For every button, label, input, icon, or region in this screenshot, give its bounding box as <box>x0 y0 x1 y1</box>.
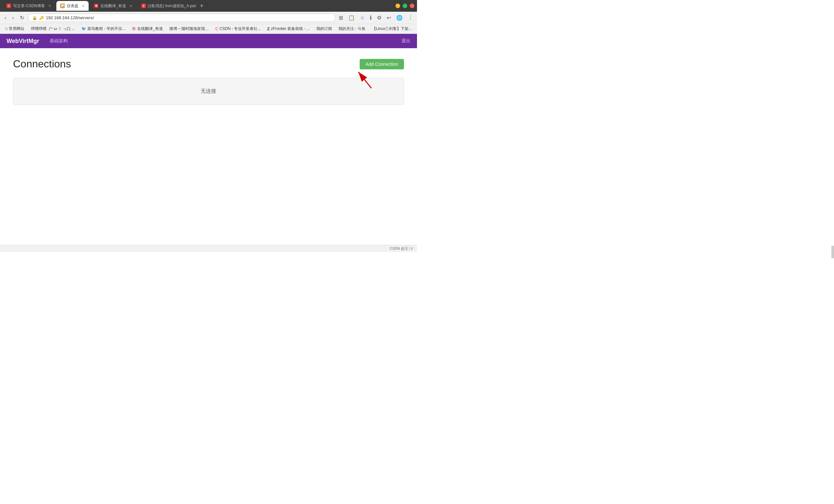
address-bar[interactable]: 🔒 🔑 192.168.164.128/servers/ <box>28 14 335 22</box>
security-icon: 🔒 <box>32 16 37 20</box>
back-button[interactable]: ‹ <box>3 14 8 22</box>
bookmark-button[interactable]: ☆ <box>359 13 366 22</box>
bookmark-bilibili[interactable]: 哔哩哔哩（*･ω･）っ口 ... <box>28 25 78 32</box>
extensions-button[interactable]: ⊞ <box>337 13 344 22</box>
bookmark-label-csdn: CSDN - 专业开发者社... <box>220 26 261 31</box>
nav-link-infrastructure[interactable]: 基础架构 <box>47 37 70 45</box>
page-title: Connections <box>13 58 71 70</box>
tab-close-dashboard[interactable]: ✕ <box>82 4 85 8</box>
bookmark-label-youdao: 在线翻译_有道 <box>137 26 163 31</box>
bookmark-csdn[interactable]: C CSDN - 专业开发者社... <box>213 25 263 32</box>
bookmark-subscription[interactable]: 我的订阅 <box>314 25 334 32</box>
tab-kvm[interactable]: C (2条消息) kvm虚拟化_A pana… ✕ <box>137 1 196 11</box>
bookmark-label-bilibili: 哔哩哔哩（*･ω･）っ口 ... <box>31 26 75 31</box>
profile-button[interactable]: ℹ <box>369 13 373 22</box>
status-text: CSDN @王 \ // <box>390 246 413 251</box>
tab-close-youdao[interactable]: ✕ <box>129 4 132 8</box>
bookmark-label-douyu: 我的关注 - 斗鱼 <box>338 26 366 31</box>
tab-youdao[interactable]: 有 在线翻译_有道 ✕ <box>90 1 136 11</box>
reload-button[interactable]: ↻ <box>18 13 26 22</box>
tab-label-kvm: (2条消息) kvm虚拟化_A pana… <box>148 3 196 9</box>
minimize-button[interactable]: – <box>395 4 400 8</box>
bookmark-weibo[interactable]: 微博 – 随时随地发现… <box>167 25 212 32</box>
tab-dashboard[interactable]: 📊 仪表盘 ✕ <box>57 1 89 11</box>
tab-favicon-dashboard: 📊 <box>60 4 65 8</box>
bookmark-common[interactable]: □ 常用网址 <box>3 25 27 32</box>
app-brand[interactable]: WebVirtMgr <box>6 38 39 45</box>
tab-favicon-kvm: C <box>141 4 146 8</box>
tab-favicon-csdn: C <box>6 4 11 8</box>
bookmark-label-common: □ 常用网址 <box>5 26 24 31</box>
add-connection-button[interactable]: Add Connection <box>360 59 404 69</box>
screenshot-button[interactable]: 📋 <box>347 13 356 22</box>
page-header: Connections Add Connection <box>13 58 404 70</box>
bookmark-label-linux: 【Linux三剑客】下架... <box>372 26 412 31</box>
bookmark-icon-z: Z <box>267 27 269 31</box>
new-tab-button[interactable]: + <box>197 3 206 9</box>
page-content: Connections Add Connection <box>0 48 417 245</box>
tab-label-dashboard: 仪表盘 <box>67 3 79 9</box>
tab-close-csdn[interactable]: ✕ <box>48 4 51 8</box>
bookmark-icon-csdn: C <box>215 27 218 31</box>
maximize-button[interactable]: □ <box>403 4 407 8</box>
tab-label-csdn: 写文章-CSDN博客 <box>13 3 45 9</box>
bookmark-label-runoob: 🐦 菜鸟教程 - 学的不仅... <box>82 26 126 31</box>
app-navbar: WebVirtMgr 基础架构 退出 <box>0 34 417 48</box>
bookmark-douyu[interactable]: 我的关注 - 斗鱼 <box>336 25 368 32</box>
bookmark-label-subscription: 我的订阅 <box>316 26 332 31</box>
nav-right: 退出 <box>401 38 411 44</box>
tab-csdn[interactable]: C 写文章-CSDN博客 ✕ <box>3 1 55 11</box>
tab-label-youdao: 在线翻译_有道 <box>100 3 126 9</box>
translate-button[interactable]: 🌐 <box>395 13 404 22</box>
back-history-button[interactable]: ↩ <box>386 13 392 22</box>
more-button[interactable]: ⋮ <box>407 13 414 22</box>
empty-message: 无连接 <box>201 88 216 94</box>
bookmark-youdao[interactable]: 有 在线翻译_有道 <box>129 25 166 32</box>
tab-favicon-youdao: 有 <box>94 4 98 8</box>
empty-connections-box: 无连接 <box>13 78 404 105</box>
bookmark-zfrontier[interactable]: Z zFrontier 装备前线 - ... <box>265 25 312 32</box>
close-button[interactable]: ✕ <box>410 4 414 8</box>
bookmark-label-zfrontier: zFrontier 装备前线 - ... <box>271 26 310 31</box>
bookmark-label-weibo: 微博 – 随时随地发现… <box>169 26 209 31</box>
address-text: 192.168.164.128/servers/ <box>46 15 331 20</box>
bookmark-linux[interactable]: 【Linux三剑客】下架... <box>369 25 415 32</box>
status-bar: CSDN @王 \ // <box>0 245 417 252</box>
bookmark-icon-youdao: 有 <box>132 26 136 31</box>
logout-link[interactable]: 退出 <box>401 38 411 43</box>
forward-button[interactable]: › <box>10 14 16 22</box>
key-icon: 🔑 <box>39 16 44 20</box>
settings-button[interactable]: ⚙ <box>376 13 383 22</box>
bookmark-runoob[interactable]: 🐦 菜鸟教程 - 学的不仅... <box>79 25 128 32</box>
bookmarks-more[interactable]: » <box>416 26 417 32</box>
